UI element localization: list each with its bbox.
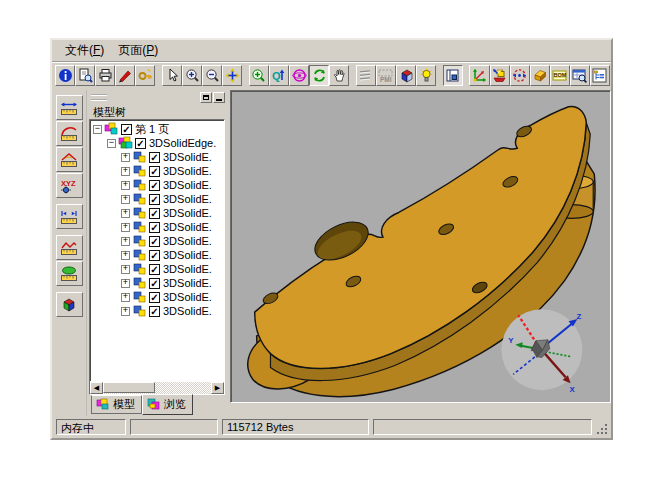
light-button[interactable] <box>416 65 436 86</box>
tree-checkbox[interactable] <box>149 278 160 289</box>
panel-float-button[interactable] <box>200 92 212 103</box>
tree-checkbox[interactable] <box>121 124 132 135</box>
tree-checkbox[interactable] <box>149 292 160 303</box>
tree-expander[interactable] <box>121 293 130 302</box>
tree-checkbox[interactable] <box>149 180 160 191</box>
explode-button[interactable] <box>490 65 510 86</box>
tree-row-page[interactable]: 第 1 页 <box>90 122 224 136</box>
tree-checkbox[interactable] <box>149 306 160 317</box>
select-cursor-button[interactable] <box>162 65 182 86</box>
scroll-left-button[interactable]: ◀ <box>90 382 103 394</box>
tree-expander[interactable] <box>121 209 130 218</box>
page: 文件(F) 页面(P) Q PMI BOM <box>0 0 660 477</box>
tree-expander[interactable] <box>121 251 130 260</box>
panel-hide-button[interactable] <box>213 92 225 103</box>
measure-span-button[interactable] <box>56 204 83 229</box>
tree-expander[interactable] <box>121 265 130 274</box>
panel-book-button[interactable] <box>443 65 463 86</box>
eraser-button[interactable] <box>530 65 550 86</box>
zoom-window-button[interactable] <box>249 65 269 86</box>
bom-button[interactable]: BOM <box>550 65 570 86</box>
move-axes-icon <box>472 68 487 83</box>
tree-checkbox[interactable] <box>149 250 160 261</box>
measure-radius-button[interactable] <box>56 121 83 146</box>
svg-text:BOM: BOM <box>554 71 567 77</box>
layers-icon <box>358 68 373 83</box>
tab-browse[interactable]: 浏览 <box>142 394 193 415</box>
print-icon <box>98 68 113 83</box>
tree-expander[interactable] <box>121 237 130 246</box>
tree-checkbox[interactable] <box>149 152 160 163</box>
pan-hand-button[interactable] <box>329 65 349 86</box>
tree-expander[interactable] <box>107 139 116 148</box>
scrollbar-thumb[interactable] <box>103 382 155 393</box>
tree-row-part[interactable]: 3DSolidE. <box>90 164 224 178</box>
tree-row-part[interactable]: 3DSolidE. <box>90 248 224 262</box>
info-button[interactable] <box>55 65 75 86</box>
tree-checkbox[interactable] <box>149 166 160 177</box>
horizontal-scrollbar[interactable]: ◀ ▶ <box>90 381 224 394</box>
tree-expander[interactable] <box>121 153 130 162</box>
scrollbar-track[interactable] <box>103 382 211 394</box>
tree-checkbox[interactable] <box>149 208 160 219</box>
measure-angle-button[interactable] <box>56 147 83 172</box>
print-button[interactable] <box>95 65 115 86</box>
open-preview-button[interactable] <box>75 65 95 86</box>
tree-row-part[interactable]: 3DSolidE. <box>90 290 224 304</box>
measure-volume-button[interactable] <box>56 292 83 317</box>
tree-view-button[interactable] <box>590 65 610 86</box>
nav-ball[interactable]: Z Y X <box>501 309 582 394</box>
tree-checkbox[interactable] <box>149 222 160 233</box>
measure-coordinate-button[interactable]: XYZ <box>56 173 83 198</box>
zoom-dynamic-icon: Q <box>271 68 286 83</box>
tree-expander[interactable] <box>121 223 130 232</box>
refresh-view-button[interactable] <box>309 65 329 86</box>
tree-row-part[interactable]: 3DSolidE. <box>90 262 224 276</box>
tree-expander[interactable] <box>121 195 130 204</box>
model-tree-panel: 模型树 第 1 页 3DSolidEdge. 3DSo <box>87 90 227 416</box>
material-cube-icon <box>399 68 414 83</box>
key-button[interactable] <box>135 65 155 86</box>
tree-expander[interactable] <box>121 181 130 190</box>
annotate-pen-button[interactable] <box>115 65 135 86</box>
tree-expander[interactable] <box>121 279 130 288</box>
move-axes-button[interactable] <box>469 65 489 86</box>
zoom-dynamic-button[interactable]: Q <box>269 65 289 86</box>
tree-checkbox[interactable] <box>149 236 160 247</box>
tree-row-part[interactable]: 3DSolidE. <box>90 192 224 206</box>
tree-row-part[interactable]: 3DSolidE. <box>90 178 224 192</box>
tree-row-part[interactable]: 3DSolidE. <box>90 206 224 220</box>
resize-grip[interactable] <box>596 423 608 435</box>
tree-checkbox[interactable] <box>135 138 146 149</box>
menu-page[interactable]: 页面(P) <box>111 40 165 61</box>
tree-row-part[interactable]: 3DSolidE. <box>90 304 224 318</box>
table-search-button[interactable] <box>570 65 590 86</box>
tree-checkbox[interactable] <box>149 194 160 205</box>
tree-row-part[interactable]: 3DSolidE. <box>90 150 224 164</box>
tab-model[interactable]: 模型 <box>91 395 142 414</box>
orbit-rotate-button[interactable] <box>289 65 309 86</box>
material-cube-button[interactable] <box>396 65 416 86</box>
model-tree[interactable]: 第 1 页 3DSolidEdge. 3DSolidE. 3DSolidE. 3… <box>89 119 225 395</box>
tree-row-part[interactable]: 3DSolidE. <box>90 276 224 290</box>
tree-expander[interactable] <box>93 125 102 134</box>
tree-row-assembly[interactable]: 3DSolidEdge. <box>90 136 224 150</box>
pan-arrows-button[interactable] <box>222 65 242 86</box>
zoom-out-button[interactable] <box>202 65 222 86</box>
zoom-in-button[interactable] <box>182 65 202 86</box>
measure-area-button[interactable] <box>56 261 83 286</box>
tree-expander[interactable] <box>121 167 130 176</box>
spin-animate-button[interactable] <box>510 65 530 86</box>
tree-checkbox[interactable] <box>149 264 160 275</box>
viewport-3d[interactable]: Z Y X <box>230 90 611 403</box>
scroll-right-button[interactable]: ▶ <box>211 382 224 394</box>
panel-title: 模型树 <box>89 104 225 119</box>
tree-row-part[interactable]: 3DSolidE. <box>90 220 224 234</box>
float-icon <box>203 95 209 100</box>
tree-row-part[interactable]: 3DSolidE. <box>90 234 224 248</box>
tree-expander[interactable] <box>121 307 130 316</box>
measure-polyline-button[interactable] <box>56 235 83 260</box>
menu-file[interactable]: 文件(F) <box>58 40 111 61</box>
measure-distance-button[interactable] <box>56 95 83 120</box>
panel-drag-grip[interactable] <box>91 94 107 101</box>
